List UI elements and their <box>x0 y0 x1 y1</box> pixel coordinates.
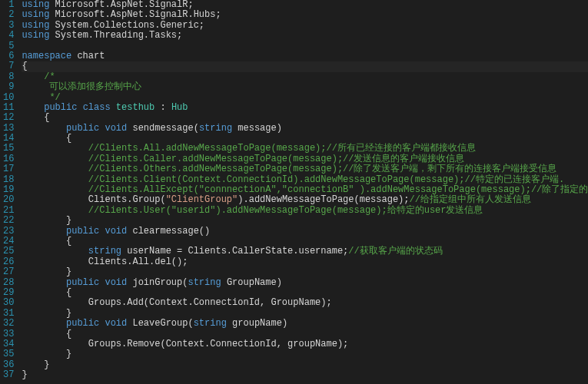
code-line[interactable]: using System.Collections.Generic; <box>22 21 588 31</box>
code-line[interactable]: using Microsoft.AspNet.SignalR; <box>22 0 588 10</box>
token-kw: string <box>199 123 232 134</box>
code-line[interactable]: } <box>22 309 588 319</box>
token-kw: public <box>66 226 99 237</box>
token-cmt: //Clients.AllExcept("connnectionA","conn… <box>88 184 588 195</box>
code-area[interactable]: using Microsoft.AspNet.SignalR;using Mic… <box>18 0 588 384</box>
token-id: groupName) <box>227 318 287 329</box>
code-line[interactable]: public class testhub : Hub <box>22 103 588 113</box>
code-line[interactable]: } <box>22 370 588 380</box>
code-line[interactable]: using System.Threading.Tasks; <box>22 31 588 41</box>
code-line[interactable]: //Clients.All.addNewMessageToPage(messag… <box>22 144 588 154</box>
line-number: 8⊟ <box>3 72 14 82</box>
token-punc: } <box>66 215 71 226</box>
line-number-gutter: 1⊟23456⊟78⊟91011⊟1213⊟141516171819202122… <box>0 0 18 384</box>
code-line[interactable]: } <box>22 216 588 226</box>
token-kw: string <box>188 277 221 288</box>
token-id: Clients.Group( <box>88 194 166 205</box>
code-line[interactable]: public void sendmessage(string message) <box>22 124 588 134</box>
token-kw: public <box>66 277 99 288</box>
token-id: joinGroup( <box>127 277 188 288</box>
code-line[interactable]: //Clients.Others.addNewMessageToPage(mes… <box>22 164 588 174</box>
token-kw: class <box>83 102 111 113</box>
token-kw: public <box>44 102 77 113</box>
token-id: Groups.Remove(Context.ConnectionId, grou… <box>88 339 348 349</box>
line-number: 20 <box>3 195 14 205</box>
token-cmt: //给指定组中所有人发送信息 <box>410 194 531 205</box>
token-cls: testhub <box>116 102 154 113</box>
line-number: 26 <box>3 257 14 267</box>
code-line[interactable]: */ <box>22 93 588 103</box>
code-line[interactable]: 可以添加很多控制中心 <box>22 82 588 92</box>
code-line[interactable]: Clients.Group("ClientGroup").addNewMessa… <box>22 195 588 205</box>
line-number: 29 <box>3 288 14 298</box>
token-punc: } <box>66 349 71 359</box>
token-punc: } <box>44 359 49 370</box>
code-editor[interactable]: 1⊟23456⊟78⊟91011⊟1213⊟141516171819202122… <box>0 0 588 384</box>
line-number: 10 <box>3 93 14 103</box>
token-kw: using <box>22 30 49 41</box>
line-number: 30 <box>3 298 14 308</box>
token-id: GroupName) <box>221 277 282 288</box>
token-id: System.Threading.Tasks; <box>49 30 182 41</box>
code-line[interactable]: { <box>22 113 588 123</box>
token-cls: Hub <box>171 102 188 113</box>
code-line[interactable] <box>22 41 588 51</box>
line-number: 32⊟ <box>3 319 14 329</box>
line-number: 25 <box>3 247 14 257</box>
code-line[interactable]: { <box>22 329 588 339</box>
code-line[interactable]: Clients.All.del(); <box>22 257 588 267</box>
code-line[interactable]: Groups.Add(Context.ConnectionId, GroupNa… <box>22 298 588 308</box>
code-line[interactable]: namespace chart <box>22 51 588 61</box>
token-kw: namespace <box>22 51 71 61</box>
code-line[interactable]: Groups.Remove(Context.ConnectionId, grou… <box>22 339 588 349</box>
code-line[interactable]: { <box>22 288 588 298</box>
token-punc: } <box>22 369 27 380</box>
line-number: 16 <box>3 154 14 164</box>
code-line[interactable]: } <box>22 360 588 370</box>
line-number: 15 <box>3 144 14 154</box>
code-line[interactable]: using Microsoft.AspNet.SignalR.Hubs; <box>22 10 588 20</box>
token-cmt: //Clients.User("userid").addNewMessageTo… <box>88 205 483 216</box>
code-line[interactable]: //Clients.User("userid").addNewMessageTo… <box>22 206 588 216</box>
token-kw: using <box>22 9 49 20</box>
line-number: 14 <box>3 134 14 144</box>
line-number: 28⊟ <box>3 278 14 288</box>
code-line[interactable]: { <box>22 61 588 71</box>
token-punc: } <box>66 308 71 319</box>
line-number: 33 <box>3 329 14 339</box>
code-line[interactable]: string userName = Clients.CallerState.us… <box>22 247 588 257</box>
code-line[interactable]: public void LeaveGroup(string groupName) <box>22 319 588 329</box>
token-kw: void <box>105 226 127 237</box>
token-id: clearmessage() <box>127 226 210 237</box>
token-kw: void <box>105 123 127 134</box>
token-punc: { <box>66 236 71 247</box>
token-punc: } <box>66 266 71 277</box>
code-line[interactable]: public void clearmessage() <box>22 227 588 237</box>
line-number: 12 <box>3 113 14 123</box>
line-number: 19 <box>3 185 14 195</box>
token-id: Microsoft.AspNet.SignalR; <box>49 0 193 10</box>
token-id: LeaveGroup( <box>127 318 193 329</box>
token-kw: using <box>22 0 49 10</box>
token-id: sendmessage( <box>127 123 199 134</box>
token-cmt: 可以添加很多控制中心 <box>44 81 141 92</box>
line-number: 22 <box>3 216 14 226</box>
token-kw: string <box>194 318 227 329</box>
token-id: userName = Clients.CallerState.username; <box>121 246 348 257</box>
token-punc: { <box>66 329 71 339</box>
code-line[interactable]: } <box>22 267 588 277</box>
line-number: 13⊟ <box>3 124 14 134</box>
code-line[interactable]: } <box>22 349 588 359</box>
line-number: 34 <box>3 339 14 349</box>
token-str: "ClientGroup" <box>166 194 238 205</box>
token-kw: public <box>66 318 99 329</box>
token-id: Clients.All.del(); <box>88 257 188 267</box>
line-number: 11⊟ <box>3 103 14 113</box>
line-number: 3 <box>3 21 14 31</box>
token-id: message) <box>232 123 282 134</box>
token-cmt: //获取客户端的状态码 <box>348 246 442 257</box>
line-number: 17 <box>3 164 14 174</box>
code-line[interactable]: public void joinGroup(string GroupName) <box>22 278 588 288</box>
line-number: 36 <box>3 360 14 370</box>
line-number: 18 <box>3 175 14 185</box>
